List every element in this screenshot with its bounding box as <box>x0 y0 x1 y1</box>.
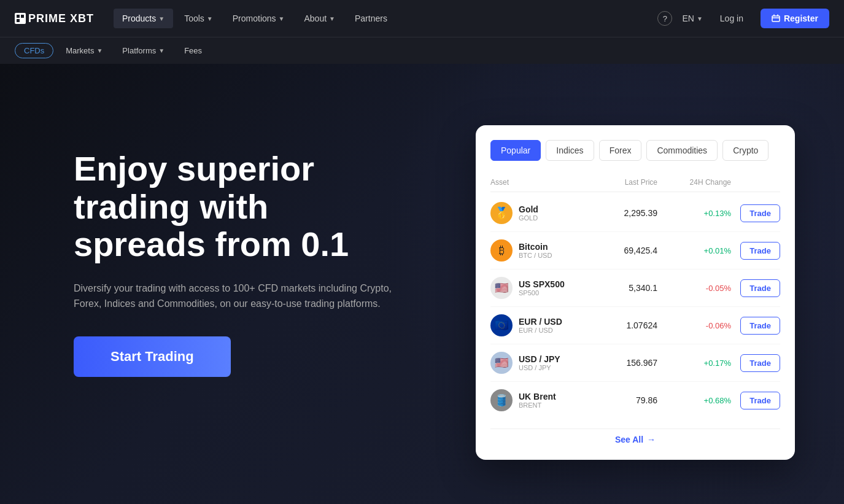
asset-info: 🇺🇸 USD / JPY USD / JPY <box>490 352 584 374</box>
table-header: Asset Last Price 24H Change <box>490 173 780 192</box>
asset-change: -0.06% <box>657 321 731 330</box>
asset-icon: 🥇 <box>490 202 513 224</box>
nav-item-partners[interactable]: Partners <box>346 9 396 28</box>
asset-change: +0.01% <box>657 246 731 255</box>
asset-change: +0.17% <box>657 359 731 368</box>
hero-headline: Enjoy superiortrading withspreads from 0… <box>74 150 467 263</box>
asset-change: -0.05% <box>657 284 731 293</box>
asset-symbol: BTC / USD <box>519 252 552 259</box>
trade-button[interactable]: Trade <box>740 242 780 260</box>
asset-price: 156.967 <box>584 358 657 368</box>
asset-price: 5,340.1 <box>584 283 657 293</box>
subnav-markets[interactable]: Markets ▼ <box>58 44 110 58</box>
asset-change: +0.13% <box>657 209 731 218</box>
asset-name: EUR / USD <box>519 317 562 327</box>
asset-symbol: GOLD <box>519 214 538 222</box>
nav-item-products[interactable]: Products ▼ <box>114 9 173 28</box>
logo-icon <box>15 13 26 24</box>
nav-items: Products ▼ Tools ▼ Promotions ▼ About ▼ … <box>114 9 657 28</box>
hero-subtext: Diversify your trading with access to 10… <box>74 281 393 312</box>
asset-info: ₿ Bitcoin BTC / USD <box>490 239 584 262</box>
register-icon <box>772 14 780 23</box>
logo-text: PRIME XBT <box>28 12 94 25</box>
hero-left: Enjoy superiortrading withspreads from 0… <box>74 113 467 377</box>
asset-name: Bitcoin <box>519 242 552 252</box>
tab-popular[interactable]: Popular <box>490 140 541 161</box>
trade-button[interactable]: Trade <box>740 392 780 409</box>
see-all-container: See All → <box>490 428 780 445</box>
tab-crypto[interactable]: Crypto <box>722 140 769 161</box>
asset-name: Gold <box>519 204 538 214</box>
asset-symbol: BRENT <box>519 401 556 409</box>
asset-icon: 🇪🇺 <box>490 314 513 336</box>
svg-rect-1 <box>21 15 24 18</box>
chevron-down-icon: ▼ <box>158 15 165 22</box>
asset-icon: 🇺🇸 <box>490 277 513 299</box>
tab-forex[interactable]: Forex <box>599 140 642 161</box>
asset-name: UK Brent <box>519 392 556 401</box>
asset-price: 79.86 <box>584 395 657 405</box>
trade-button[interactable]: Trade <box>740 204 780 222</box>
asset-info: 🇺🇸 US SPX500 SP500 <box>490 277 584 299</box>
asset-symbol: EUR / USD <box>519 327 562 334</box>
subnav-fees[interactable]: Fees <box>177 44 209 58</box>
logo[interactable]: PRIME XBT <box>15 12 94 25</box>
table-row: ₿ Bitcoin BTC / USD 69,425.4 +0.01% Trad… <box>490 232 780 269</box>
register-button[interactable]: Register <box>761 9 829 28</box>
cfds-pill[interactable]: CFDs <box>15 43 53 58</box>
asset-table: 🥇 Gold GOLD 2,295.39 +0.13% Trade ₿ Bitc… <box>490 195 780 419</box>
table-row: 🇺🇸 US SPX500 SP500 5,340.1 -0.05% Trade <box>490 269 780 307</box>
sub-navigation: CFDs Markets ▼ Platforms ▼ Fees <box>0 37 844 64</box>
asset-symbol: USD / JPY <box>519 364 560 371</box>
svg-rect-2 <box>17 19 20 22</box>
tab-commodities[interactable]: Commodities <box>646 140 718 161</box>
table-row: 🛢️ UK Brent BRENT 79.86 +0.68% Trade <box>490 382 780 419</box>
chevron-down-icon: ▼ <box>158 47 165 54</box>
asset-symbol: SP500 <box>519 289 565 297</box>
arrow-right-icon: → <box>647 435 656 444</box>
subnav-platforms[interactable]: Platforms ▼ <box>115 44 172 58</box>
nav-item-promotions[interactable]: Promotions ▼ <box>224 9 293 28</box>
asset-name: USD / JPY <box>519 354 560 364</box>
language-selector[interactable]: EN ▼ <box>682 14 702 23</box>
trade-button[interactable]: Trade <box>740 279 780 297</box>
chevron-down-icon: ▼ <box>329 15 335 22</box>
chevron-down-icon: ▼ <box>96 47 103 54</box>
help-icon[interactable]: ? <box>657 11 672 26</box>
see-all-link[interactable]: See All → <box>615 435 656 444</box>
asset-icon: ₿ <box>490 239 513 262</box>
nav-right: ? EN ▼ Log in Register <box>657 9 829 28</box>
login-button[interactable]: Log in <box>713 10 751 27</box>
asset-info: 🥇 Gold GOLD <box>490 202 584 224</box>
table-row: 🇪🇺 EUR / USD EUR / USD 1.07624 -0.06% Tr… <box>490 307 780 344</box>
top-navigation: PRIME XBT Products ▼ Tools ▼ Promotions … <box>0 0 844 37</box>
svg-rect-3 <box>772 16 780 21</box>
hero-section: Enjoy superiortrading withspreads from 0… <box>0 64 844 504</box>
nav-item-tools[interactable]: Tools ▼ <box>176 9 222 28</box>
trading-card: Popular Indices Forex Commodities Crypto… <box>476 125 795 460</box>
nav-item-about[interactable]: About ▼ <box>295 9 344 28</box>
chevron-down-icon: ▼ <box>279 15 285 22</box>
asset-info: 🛢️ UK Brent BRENT <box>490 389 584 411</box>
asset-name: US SPX500 <box>519 279 565 289</box>
trade-button[interactable]: Trade <box>740 317 780 335</box>
asset-price: 2,295.39 <box>584 208 657 218</box>
table-row: 🇺🇸 USD / JPY USD / JPY 156.967 +0.17% Tr… <box>490 344 780 382</box>
asset-price: 69,425.4 <box>584 246 657 255</box>
asset-info: 🇪🇺 EUR / USD EUR / USD <box>490 314 584 336</box>
chevron-down-icon: ▼ <box>697 15 703 22</box>
asset-change: +0.68% <box>657 396 731 405</box>
chevron-down-icon: ▼ <box>207 15 213 22</box>
asset-icon: 🇺🇸 <box>490 352 513 374</box>
asset-icon: 🛢️ <box>490 389 513 411</box>
start-trading-button[interactable]: Start Trading <box>74 336 231 377</box>
table-row: 🥇 Gold GOLD 2,295.39 +0.13% Trade <box>490 195 780 232</box>
tab-indices[interactable]: Indices <box>546 140 594 161</box>
svg-rect-0 <box>17 15 20 18</box>
trading-card-container: Popular Indices Forex Commodities Crypto… <box>476 113 795 460</box>
trade-button[interactable]: Trade <box>740 354 780 372</box>
card-tabs: Popular Indices Forex Commodities Crypto <box>490 140 780 161</box>
asset-price: 1.07624 <box>584 320 657 330</box>
